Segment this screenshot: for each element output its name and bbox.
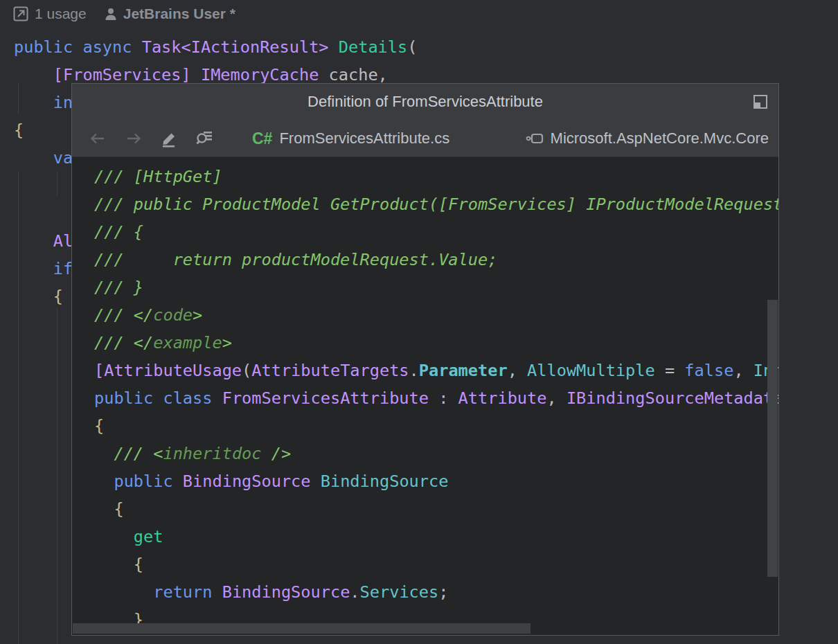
back-arrow-icon[interactable] [89, 129, 107, 147]
popup-code[interactable]: /// [HttpGet]/// public ProductModel Get… [94, 163, 778, 634]
search-preview-icon[interactable] [195, 129, 213, 147]
popup-body[interactable]: /// [HttpGet]/// public ProductModel Get… [72, 157, 778, 635]
indent-guide [57, 172, 57, 195]
code-line: /// [HttpGet] [94, 163, 778, 190]
author-annotation[interactable]: JetBrains User * [123, 6, 235, 22]
forward-arrow-icon[interactable] [125, 129, 143, 147]
horizontal-scrollbar-thumb[interactable] [73, 623, 531, 634]
open-in-tool-window-icon[interactable] [752, 93, 769, 110]
popup-toolbar: C# FromServicesAttribute.cs Microsoft.As… [72, 120, 778, 157]
code-line: { [94, 495, 778, 523]
popup-module-name: Microsoft.AspNetCore.Mvc.Core [551, 129, 769, 147]
person-icon [103, 6, 118, 21]
code-line: public async Task<IActionResult> Details… [14, 33, 417, 61]
csharp-file-icon: C# [252, 129, 272, 148]
code-line: { [94, 551, 778, 578]
indent-guide [57, 309, 57, 644]
code-line: /// </example> [94, 329, 778, 357]
usages-icon[interactable] [12, 6, 29, 22]
popup-header[interactable]: Definition of FromServicesAttribute [72, 84, 778, 157]
code-line: /// return productModelRequest.Value; [94, 246, 778, 274]
library-icon [526, 129, 544, 147]
code-line: /// <inheritdoc /> [94, 440, 778, 467]
usages-hint[interactable]: 1 usage [35, 6, 87, 22]
code-line: /// public ProductModel GetProduct([From… [94, 190, 778, 218]
code-line: public BindingSource BindingSource [94, 467, 778, 495]
indent-guide [18, 172, 19, 644]
code-line: /// { [94, 218, 778, 246]
indent-guide [18, 83, 19, 114]
vertical-scrollbar-thumb[interactable] [767, 300, 778, 577]
popup-file-name: FromServicesAttribute.cs [279, 129, 449, 147]
inlay-hint-row: 1 usage JetBrains User * [12, 6, 235, 22]
code-line: [AttributeUsage(AttributeTargets.Paramet… [94, 357, 778, 384]
code-line: { [94, 412, 778, 440]
code-line: get [94, 523, 778, 551]
popup-title: Definition of FromServicesAttribute [307, 93, 543, 111]
definition-popup: Definition of FromServicesAttribute [71, 83, 779, 636]
code-line: /// </code> [94, 301, 778, 329]
edit-source-pencil-icon[interactable] [161, 129, 179, 147]
code-line: public class FromServicesAttribute : Att… [94, 384, 778, 412]
code-line: /// } [94, 274, 778, 301]
code-line: return BindingSource.Services; [94, 578, 778, 606]
